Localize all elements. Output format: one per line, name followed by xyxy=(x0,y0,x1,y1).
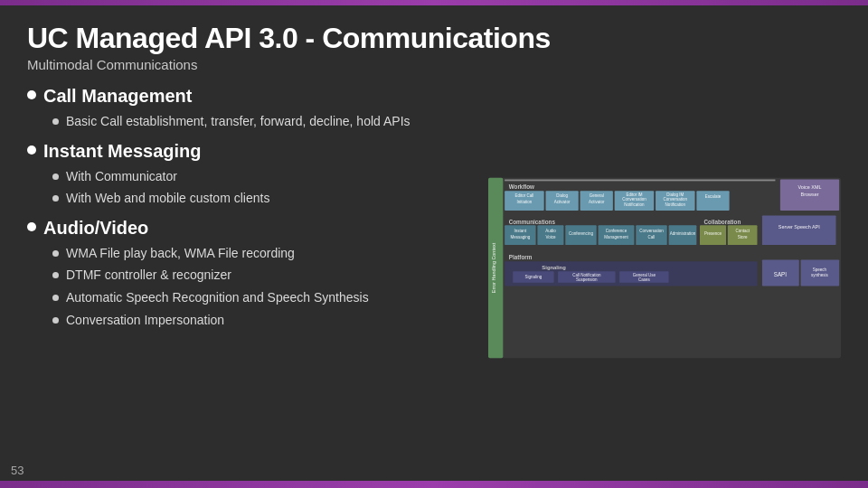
svg-text:Dialog: Dialog xyxy=(556,194,568,199)
slide: UC Managed API 3.0 - Communications Mult… xyxy=(0,0,868,488)
bottom-accent-bar xyxy=(0,481,868,488)
svg-text:Conversation: Conversation xyxy=(639,230,664,234)
main-title: UC Managed API 3.0 - Communications xyxy=(27,22,841,55)
svg-text:Conversation: Conversation xyxy=(663,197,687,202)
dot-asr xyxy=(52,295,59,301)
svg-text:Browser: Browser xyxy=(801,192,819,197)
svg-text:Notification: Notification xyxy=(665,202,686,207)
bullet-instant-messaging: Instant Messaging xyxy=(27,139,470,163)
svg-text:Platform: Platform xyxy=(509,254,533,260)
svg-text:Suspension: Suspension xyxy=(576,277,598,282)
bullet-conversation: Conversation Impersonation xyxy=(52,312,470,330)
svg-text:Messaging: Messaging xyxy=(510,235,530,239)
dot-basic-call xyxy=(52,118,59,125)
left-panel: Call Management Basic Call establishment… xyxy=(27,84,470,479)
svg-text:Voice XML: Voice XML xyxy=(798,184,822,190)
dot-instant-messaging xyxy=(27,145,36,155)
bullet-call-management: Call Management xyxy=(27,84,470,108)
page-number: 53 xyxy=(11,464,24,477)
svg-text:Conversation: Conversation xyxy=(622,197,646,202)
bullet-with-communicator: With Communicator xyxy=(52,168,470,186)
dot-wma xyxy=(52,250,59,257)
instant-messaging-label: Instant Messaging xyxy=(43,139,201,163)
wma-label: WMA File play back, WMA File recording xyxy=(66,245,295,263)
svg-text:Dialog IM: Dialog IM xyxy=(666,192,684,197)
svg-text:Workflow: Workflow xyxy=(509,183,534,190)
svg-text:Conference: Conference xyxy=(606,230,627,234)
svg-text:Administration: Administration xyxy=(670,231,696,236)
svg-text:Server Speech API: Server Speech API xyxy=(778,224,820,230)
conversation-label: Conversation Impersonation xyxy=(66,312,224,330)
svg-text:Activator: Activator xyxy=(554,200,571,204)
svg-text:Call: Call xyxy=(648,235,656,239)
bullet-dtmf: DTMF controller & recognizer xyxy=(52,267,470,285)
bullet-with-web-mobile: With Web and mobile custom clients xyxy=(52,190,470,208)
architecture-diagram: Error Handling Context Workflow Editor C… xyxy=(488,84,841,452)
svg-rect-50 xyxy=(762,215,836,245)
svg-text:Editor IM: Editor IM xyxy=(626,192,642,197)
dtmf-label: DTMF controller & recognizer xyxy=(66,267,231,285)
audio-video-label: Audio/Video xyxy=(43,216,148,239)
svg-text:Error Handling Context: Error Handling Context xyxy=(491,242,496,293)
svg-text:Signaling: Signaling xyxy=(542,265,566,270)
right-panel: Error Handling Context Workflow Editor C… xyxy=(488,84,841,479)
bullet-audio-video: Audio/Video xyxy=(27,216,470,239)
svg-text:Escalate: Escalate xyxy=(705,194,722,199)
svg-text:Cases: Cases xyxy=(638,277,651,282)
svg-text:Activator: Activator xyxy=(589,200,605,204)
svg-text:SAPI: SAPI xyxy=(774,271,788,277)
dot-dtmf xyxy=(52,272,59,278)
content-area: Call Management Basic Call establishment… xyxy=(0,80,868,488)
dot-audio-video xyxy=(27,222,36,231)
svg-text:General Use: General Use xyxy=(633,273,656,277)
svg-text:Contact: Contact xyxy=(735,230,750,234)
asr-label: Automatic Speech Recognition and Speech … xyxy=(66,289,369,307)
bullet-asr: Automatic Speech Recognition and Speech … xyxy=(52,289,470,307)
header: UC Managed API 3.0 - Communications Mult… xyxy=(0,5,868,80)
svg-text:Voice: Voice xyxy=(545,235,556,239)
basic-call-label: Basic Call establishment, transfer, forw… xyxy=(66,113,410,131)
with-web-mobile-label: With Web and mobile custom clients xyxy=(66,190,269,208)
dot-with-web-mobile xyxy=(52,195,59,202)
dot-conversation xyxy=(52,317,59,324)
dot-with-communicator xyxy=(52,174,59,180)
svg-text:Presence: Presence xyxy=(704,231,722,236)
dot-call-management xyxy=(27,90,36,99)
svg-text:Speech: Speech xyxy=(813,267,827,272)
svg-text:Signaling: Signaling xyxy=(525,275,542,279)
svg-text:General: General xyxy=(590,194,604,199)
svg-text:Instant: Instant xyxy=(514,230,527,234)
svg-rect-3 xyxy=(505,180,775,182)
svg-text:Store: Store xyxy=(738,235,748,239)
svg-text:Management: Management xyxy=(604,235,628,239)
svg-text:Conferencing: Conferencing xyxy=(569,231,593,236)
svg-text:Notification: Notification xyxy=(624,202,645,207)
with-communicator-label: With Communicator xyxy=(66,168,177,186)
bullet-basic-call: Basic Call establishment, transfer, forw… xyxy=(52,113,470,131)
svg-text:Editor Call: Editor Call xyxy=(514,194,533,199)
svg-text:Initiation: Initiation xyxy=(516,200,532,204)
svg-text:Collaboration: Collaboration xyxy=(704,219,741,225)
svg-text:synthesis: synthesis xyxy=(811,273,829,277)
call-management-label: Call Management xyxy=(43,84,192,108)
bullet-wma: WMA File play back, WMA File recording xyxy=(52,245,470,263)
subtitle: Multimodal Communications xyxy=(27,57,841,72)
svg-text:Call Notification: Call Notification xyxy=(572,273,601,277)
svg-text:Audio: Audio xyxy=(545,230,556,234)
svg-text:Communications: Communications xyxy=(509,219,556,225)
